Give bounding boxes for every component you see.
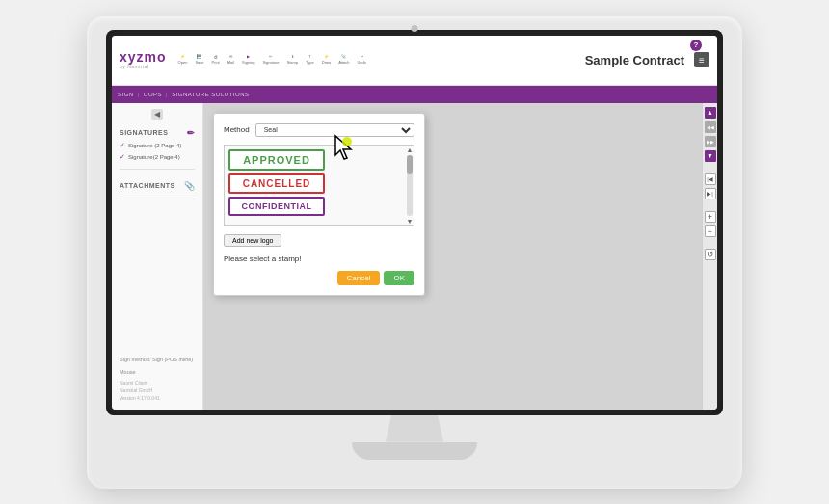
monitor: xyzmo by Namirial ⚡ Open 💾 Save — [87, 16, 742, 489]
type-icon: T — [308, 55, 310, 59]
monitor-stand-neck — [386, 415, 443, 442]
stamp-list[interactable]: APPROVED CANCELLED CONFIDENTIAL — [224, 145, 414, 226]
signature-label: Signature — [262, 60, 279, 65]
mail-label: Mail — [227, 60, 234, 65]
signatures-section-title: SIGNATURES ✏ — [112, 122, 202, 140]
signing-icon: ▶ — [247, 55, 250, 59]
sidebar-divider-1 — [120, 169, 195, 170]
scroll-up-btn[interactable]: ▲ — [407, 146, 414, 153]
document-area: Method Seal APPROVED — [203, 103, 702, 410]
toolbar-undo[interactable]: ↩ Undo — [357, 55, 366, 65]
stamp-list-wrapper: APPROVED CANCELLED CONFIDENTIAL — [224, 145, 414, 226]
draw-icon: ⚡ — [324, 55, 329, 59]
toolbar-signing[interactable]: ▶ Signing — [242, 55, 254, 65]
sub-toolbar-sign: Sign — [118, 92, 134, 97]
nav-page-next[interactable]: ▶▶ — [705, 136, 716, 147]
confidential-label: CONFIDENTIAL — [242, 201, 312, 211]
toolbar-attach[interactable]: 📎 Attach — [338, 55, 349, 65]
menu-button[interactable]: ≡ — [694, 52, 709, 67]
toolbar-draw[interactable]: ⚡ Draw — [322, 55, 331, 65]
method-row: Method Seal — [224, 123, 414, 137]
signature-icon: ✏ — [269, 55, 272, 59]
document-title: Sample Contract — [585, 53, 684, 67]
sig-check-icon: ✓ — [120, 142, 125, 149]
scroll-controls: ▲ ▼ — [405, 145, 414, 226]
sub-toolbar-sig-solutions: Signature Solutions — [172, 92, 249, 97]
cancelled-label: CANCELLED — [243, 178, 311, 189]
zoom-in-btn[interactable]: + — [705, 211, 716, 223]
app-container: xyzmo by Namirial ⚡ Open 💾 Save — [112, 36, 717, 410]
monitor-bezel: xyzmo by Namirial ⚡ Open 💾 Save — [106, 30, 723, 415]
modal-footer: Cancel OK — [224, 271, 414, 285]
scroll-thumb — [407, 155, 413, 174]
signature-item-1[interactable]: ✓ Signature (2 Page 4) — [112, 140, 202, 151]
nav-last-btn[interactable]: ▶| — [705, 188, 716, 199]
scroll-track — [407, 155, 413, 216]
logo-sub: by Namirial — [120, 64, 167, 69]
monitor-dot — [412, 25, 418, 32]
method-label: Method — [224, 125, 250, 134]
save-icon: 💾 — [197, 55, 201, 59]
right-nav: ▲ ◀◀ ▶▶ ▼ |◀ ▶| + − ↺ — [702, 103, 717, 410]
nav-down-btn[interactable]: ▼ — [705, 150, 716, 162]
help-button[interactable]: ? — [690, 40, 702, 51]
sub-toolbar: Sign | Oops | Signature Solutions ? — [112, 86, 717, 103]
cancel-button[interactable]: Cancel — [337, 271, 381, 285]
user-info: Naomi ClientNamirial GmbHVersion 4.17.0.… — [120, 379, 195, 402]
attach-icon: 📎 — [341, 55, 346, 59]
sidebar-divider-2 — [120, 199, 195, 199]
attachments-section-title: ATTACHMENTS 📎 — [112, 175, 202, 193]
toolbar-mail[interactable]: ✉ Mail — [227, 55, 234, 65]
sidebar-bottom: Sign method: Sign (POS inline) Mouse Nao… — [112, 352, 202, 406]
sidebar-collapse-btn[interactable]: ◀ — [151, 109, 163, 120]
toolbar-print[interactable]: 🖨 Print — [212, 55, 220, 65]
zoom-out-btn[interactable]: − — [705, 225, 716, 237]
print-icon: 🖨 — [214, 55, 218, 59]
method-select[interactable]: Seal — [255, 123, 414, 137]
refresh-btn[interactable]: ↺ — [705, 249, 716, 260]
monitor-screen: xyzmo by Namirial ⚡ Open 💾 Save — [112, 36, 717, 410]
toolbar-type[interactable]: T Type — [306, 55, 314, 65]
input-method-label: Mouse — [120, 368, 195, 377]
stamp-approved[interactable]: APPROVED — [228, 149, 325, 171]
open-label: Open — [178, 60, 188, 65]
main-content: ◀ SIGNATURES ✏ ✓ Signature (2 Page 4) ✓ … — [112, 103, 717, 410]
print-label: Print — [212, 60, 220, 65]
hamburger-icon: ≡ — [699, 55, 705, 66]
ok-button[interactable]: OK — [384, 271, 414, 285]
toolbar-save[interactable]: 💾 Save — [195, 55, 203, 65]
scroll-down-btn[interactable]: ▼ — [407, 218, 414, 225]
monitor-stand-base — [352, 442, 477, 460]
modal-message: Please select a stamp! — [224, 254, 414, 263]
sidebar: ◀ SIGNATURES ✏ ✓ Signature (2 Page 4) ✓ … — [112, 103, 203, 410]
draw-label: Draw — [322, 60, 331, 65]
stamp-label: Stamp — [287, 60, 299, 65]
nav-page-prev[interactable]: ◀◀ — [705, 121, 716, 133]
signing-label: Signing — [242, 60, 254, 65]
sign-method-label: Sign method: Sign (POS inline) — [120, 356, 195, 364]
approved-label: APPROVED — [243, 154, 310, 166]
logo: xyzmo by Namirial — [120, 50, 167, 69]
toolbar-stamp[interactable]: ⬇ Stamp — [287, 55, 299, 65]
toolbar-icons: ⚡ Open 💾 Save 🖨 Print ✉ — [178, 55, 583, 65]
undo-icon: ↩ — [361, 55, 363, 59]
toolbar-signature[interactable]: ✏ Signature — [262, 55, 279, 65]
nav-first-btn[interactable]: |◀ — [705, 173, 716, 185]
open-icon: ⚡ — [180, 55, 185, 59]
nav-up-btn[interactable]: ▲ — [705, 107, 716, 119]
stamp-icon: ⬇ — [291, 55, 294, 59]
modal-overlay: Method Seal APPROVED — [203, 103, 702, 410]
type-label: Type — [306, 60, 314, 65]
attach-label: Attach — [338, 60, 349, 65]
sub-toolbar-oops: Oops — [144, 92, 162, 97]
add-logo-button[interactable]: Add new logo — [224, 234, 281, 247]
toolbar: xyzmo by Namirial ⚡ Open 💾 Save — [112, 36, 717, 86]
stamp-confidential[interactable]: CONFIDENTIAL — [228, 197, 325, 216]
save-label: Save — [195, 60, 203, 65]
stamp-cancelled[interactable]: CANCELLED — [228, 173, 325, 194]
toolbar-open[interactable]: ⚡ Open — [178, 55, 188, 65]
sig-check-icon-2: ✓ — [120, 153, 125, 161]
signature-item-2[interactable]: ✓ Signature(2 Page 4) — [112, 151, 202, 163]
signatures-icon: ✏ — [187, 128, 196, 138]
stamp-modal: Method Seal APPROVED — [213, 113, 425, 296]
